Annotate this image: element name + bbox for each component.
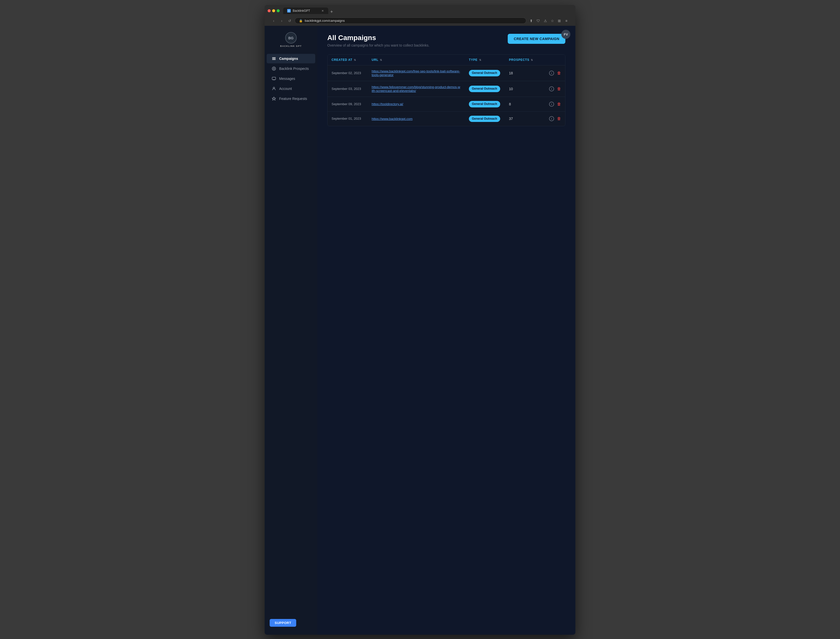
svg-rect-7 (272, 77, 276, 79)
campaigns-table: CREATED AT ⇅ URL ⇅ TYPE ⇅ PROSPECTS ⇅ (327, 54, 565, 126)
address-bar[interactable]: 🔒 backlinkgpt.com/campaigns (295, 17, 526, 24)
share-icon[interactable]: ⬆ (528, 18, 534, 24)
row2-url-link[interactable]: https://www.felixvemmer.com/blog/stunnin… (371, 85, 460, 93)
logo-text: BACKLINK GPT (280, 45, 302, 47)
row4-delete-button[interactable]: 🗑 (557, 116, 561, 122)
nav-section: Campaigns Backlink Prospects (265, 53, 317, 615)
logo-area: BG BACKLINK GPT (265, 30, 317, 53)
campaigns-icon (272, 56, 276, 61)
sort-url-icon: ⇅ (380, 59, 382, 61)
col-type[interactable]: TYPE ⇅ (465, 55, 505, 65)
row4-actions: i 🗑 (545, 112, 565, 126)
sidebar-account-label: Account (279, 87, 292, 91)
tab-title: BacklinkGPT (293, 9, 310, 13)
sidebar-messages-label: Messages (279, 76, 295, 81)
menu-icon[interactable]: ≡ (563, 18, 569, 24)
sort-type-icon: ⇅ (479, 59, 481, 61)
browser-toolbar: ‹ › ↺ 🔒 backlinkgpt.com/campaigns ⬆ 🛡 ⚠ … (268, 16, 572, 26)
close-button[interactable] (268, 9, 271, 12)
create-campaign-button[interactable]: CREATE NEW CAMPAIGN (508, 34, 565, 44)
nav-bottom: SUPPORT (265, 615, 317, 631)
row3-type: General Outreach (465, 97, 505, 111)
row1-info-button[interactable]: i (549, 70, 554, 76)
row4-info-icon: i (549, 116, 554, 121)
row1-type: General Outreach (465, 66, 505, 80)
row4-info-button[interactable]: i (549, 116, 554, 122)
user-avatar[interactable]: FV (561, 30, 571, 39)
browser-titlebar: B BacklinkGPT ✕ + (268, 8, 572, 14)
sort-created-at-icon: ⇅ (354, 59, 356, 61)
minimize-button[interactable] (272, 9, 275, 12)
sidebar-campaigns-label: Campaigns (279, 57, 298, 60)
browser-chrome: B BacklinkGPT ✕ + ‹ › ↺ 🔒 backlinkgpt.co… (265, 5, 575, 26)
sidebar-item-backlink-prospects[interactable]: Backlink Prospects (267, 64, 315, 73)
page-subtitle: Overview of all campaigns for which you … (327, 43, 430, 47)
row4-delete-icon: 🗑 (557, 116, 561, 121)
row3-date: September 09, 2023 (328, 98, 368, 110)
forward-button[interactable]: › (279, 18, 285, 24)
sidebar-feature-requests-label: Feature Requests (279, 97, 307, 101)
row2-actions: i 🗑 (545, 82, 565, 96)
sidebar-item-messages[interactable]: Messages (267, 74, 315, 83)
new-tab-button[interactable]: + (328, 10, 335, 14)
col-url[interactable]: URL ⇅ (368, 55, 465, 65)
table-header: CREATED AT ⇅ URL ⇅ TYPE ⇅ PROSPECTS ⇅ (328, 55, 565, 65)
row2-prospects: 10 (505, 83, 545, 95)
row3-delete-button[interactable]: 🗑 (557, 101, 561, 107)
row2-date: September 03, 2023 (328, 83, 368, 95)
row2-info-button[interactable]: i (549, 86, 554, 92)
sidebar-item-account[interactable]: Account (267, 84, 315, 94)
lock-icon: 🔒 (299, 19, 303, 22)
messages-icon (272, 76, 276, 81)
row1-delete-icon: 🗑 (557, 71, 561, 75)
row2-url: https://www.felixvemmer.com/blog/stunnin… (368, 81, 465, 97)
extensions-icon[interactable]: ⊞ (556, 18, 562, 24)
row2-info-icon: i (549, 86, 554, 91)
row3-type-badge: General Outreach (469, 101, 500, 107)
warning-icon[interactable]: ⚠ (542, 18, 548, 24)
row3-prospects: 8 (505, 98, 545, 110)
row2-delete-icon: 🗑 (557, 87, 561, 91)
refresh-button[interactable]: ↺ (287, 18, 293, 24)
user-area: FV (561, 30, 571, 39)
col-prospects[interactable]: PROSPECTS ⇅ (505, 55, 545, 65)
maximize-button[interactable] (277, 9, 280, 12)
toolbar-icons: ⬆ 🛡 ⚠ ☆ ⊞ ≡ (528, 18, 569, 24)
sidebar-item-feature-requests[interactable]: Feature Requests (267, 94, 315, 103)
row4-type: General Outreach (465, 112, 505, 126)
page-title-area: All Campaigns Overview of all campaigns … (327, 34, 430, 47)
row3-delete-icon: 🗑 (557, 102, 561, 106)
svg-point-5 (272, 67, 276, 70)
col-created-at[interactable]: CREATED AT ⇅ (328, 55, 368, 65)
svg-point-8 (273, 87, 275, 89)
svg-rect-4 (272, 59, 276, 60)
back-button[interactable]: ‹ (271, 18, 277, 24)
sidebar-prospects-label: Backlink Prospects (279, 67, 309, 71)
row1-url-link[interactable]: https://www.backlinkgpt.com/free-seo-too… (371, 69, 460, 77)
row1-actions: i 🗑 (545, 66, 565, 80)
app-container: BG BACKLINK GPT Campaigns (265, 26, 575, 635)
bookmark-icon[interactable]: ☆ (549, 18, 555, 24)
sidebar-item-campaigns[interactable]: Campaigns (267, 54, 315, 64)
row4-type-badge: General Outreach (469, 116, 500, 122)
active-tab[interactable]: B BacklinkGPT ✕ (283, 8, 328, 14)
shield-icon[interactable]: 🛡 (535, 18, 541, 24)
tab-close-icon[interactable]: ✕ (321, 9, 324, 13)
svg-rect-3 (272, 58, 276, 59)
feature-requests-icon (272, 96, 276, 101)
row1-url: https://www.backlinkgpt.com/free-seo-too… (368, 65, 465, 81)
row1-type-badge: General Outreach (469, 70, 500, 76)
row4-date: September 01, 2023 (328, 113, 368, 125)
row1-delete-button[interactable]: 🗑 (557, 70, 561, 76)
support-button[interactable]: SUPPORT (269, 619, 296, 627)
row3-url-link[interactable]: https://tooldirectory.ai/ (371, 102, 403, 106)
row3-actions: i 🗑 (545, 97, 565, 111)
sort-prospects-icon: ⇅ (531, 59, 533, 61)
row4-url-link[interactable]: https://www.backlinkgpt.com (371, 117, 413, 121)
row2-delete-button[interactable]: 🗑 (557, 86, 561, 92)
prospects-icon (272, 66, 276, 71)
page-header: All Campaigns Overview of all campaigns … (327, 34, 565, 47)
row1-info-icon: i (549, 71, 554, 76)
browser-window: B BacklinkGPT ✕ + ‹ › ↺ 🔒 backlinkgpt.co… (265, 5, 575, 635)
row3-info-button[interactable]: i (549, 101, 554, 107)
